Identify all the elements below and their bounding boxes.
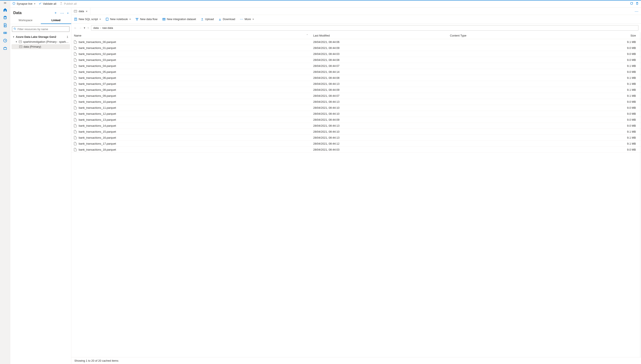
tree-node-container[interactable]: data (Primary) [12,44,70,49]
editor-tab-data[interactable]: data × [71,8,91,15]
data-panel: Data ＋ ⋯ « Workspace Linked ▾ [10,8,71,364]
table-row[interactable]: bank_transactions_12.parquet28/04/2021, … [71,111,641,117]
integrate-icon[interactable] [3,30,8,35]
upload-button[interactable]: Upload [201,18,214,21]
table-row[interactable]: bank_transactions_16.parquet28/04/2021, … [71,135,641,141]
file-table-scroll[interactable]: Name⌃ Last Modified Content Type Size ba… [71,32,641,357]
download-button[interactable]: Download [218,18,235,21]
tab-linked[interactable]: Linked [41,17,71,24]
table-row[interactable]: bank_transactions_03.parquet28/04/2021, … [71,57,641,63]
col-header-type[interactable]: Content Type [447,32,573,39]
editor-tab-more[interactable]: ⋯ [632,8,641,15]
nav-back-button[interactable]: ← [74,26,77,30]
chevron-right-icon: › [100,26,101,30]
table-row[interactable]: bank_transactions_15.parquet28/04/2021, … [71,129,641,135]
file-name: bank_transactions_01.parquet [79,46,116,50]
manage-icon[interactable] [3,46,8,51]
sort-asc-icon: ⌃ [306,34,308,36]
table-row[interactable]: bank_transactions_06.parquet28/04/2021, … [71,75,641,81]
live-mode-selector[interactable]: Synapse live ▾ [13,2,35,6]
file-modified: 28/04/2021, 08:44:10 [311,105,447,111]
close-tab-button[interactable]: × [86,10,88,13]
table-row[interactable]: bank_transactions_17.parquet28/04/2021, … [71,141,641,147]
sql-script-icon [74,18,77,21]
table-row[interactable]: bank_transactions_01.parquet28/04/2021, … [71,45,641,51]
monitor-icon[interactable] [3,38,8,43]
file-type [447,57,573,63]
validate-all-button[interactable]: Validate all [39,2,57,6]
resource-tree: ▾ Azure Data Lake Storage Gen2 1 ▾ spark… [10,34,71,50]
upload-icon [60,2,63,6]
new-sql-script-button[interactable]: New SQL script ▾ [74,18,101,21]
filter-input[interactable] [18,28,68,31]
table-row[interactable]: bank_transactions_18.parquet28/04/2021, … [71,147,641,153]
file-name: bank_transactions_17.parquet [79,142,116,145]
file-icon [74,88,77,92]
file-name: bank_transactions_15.parquet [79,130,116,133]
download-icon [218,18,221,21]
file-size: 9.0 MB [573,57,641,63]
new-dataset-button[interactable]: New integration dataset [162,18,196,21]
breadcrumb[interactable]: data › raw-data [91,25,639,30]
expand-rail-button[interactable]: ≫ [4,1,7,4]
file-name: bank_transactions_03.parquet [79,58,116,62]
table-row[interactable]: bank_transactions_07.parquet28/04/2021, … [71,81,641,87]
col-header-name[interactable]: Name⌃ [71,32,311,39]
tab-workspace[interactable]: Workspace [10,17,41,24]
svg-point-6 [136,18,137,18]
home-icon[interactable] [3,8,8,12]
table-row[interactable]: bank_transactions_14.parquet28/04/2021, … [71,123,641,129]
svg-point-8 [137,20,138,20]
scrollbar[interactable] [639,32,641,357]
add-resource-button[interactable]: ＋ [54,11,57,15]
table-row[interactable]: bank_transactions_04.parquet28/04/2021, … [71,63,641,69]
svg-point-7 [138,18,138,18]
table-row[interactable]: bank_transactions_13.parquet28/04/2021, … [71,117,641,123]
collapse-panel-button[interactable]: « [67,11,69,14]
table-row[interactable]: bank_transactions_11.parquet28/04/2021, … [71,105,641,111]
table-row[interactable]: bank_transactions_05.parquet28/04/2021, … [71,69,641,75]
table-row[interactable]: bank_transactions_09.parquet28/04/2021, … [71,93,641,99]
file-type [447,135,573,141]
data-hub-icon[interactable] [3,15,8,20]
table-row[interactable]: bank_transactions_02.parquet28/04/2021, … [71,51,641,57]
nav-up-button[interactable]: ↑ [88,26,89,30]
publish-all-label: Publish all [64,2,77,5]
develop-icon[interactable] [3,23,8,28]
caret-down-icon: ▾ [13,36,15,38]
file-modified: 28/04/2021, 08:44:13 [311,99,447,105]
file-icon [74,142,77,145]
file-size: 9.0 MB [573,111,641,117]
file-modified: 28/04/2021, 08:44:08 [311,75,447,81]
table-row[interactable]: bank_transactions_10.parquet28/04/2021, … [71,99,641,105]
container-icon [74,10,77,12]
refresh-button[interactable] [630,2,633,6]
table-row[interactable]: bank_transactions_00.parquet28/04/2021, … [71,39,641,45]
file-type [447,129,573,135]
col-header-modified[interactable]: Last Modified [311,32,447,39]
delete-button[interactable] [635,2,639,6]
file-name: bank_transactions_18.parquet [79,148,116,151]
svg-point-3 [14,28,16,29]
file-icon [74,106,77,109]
file-modified: 28/04/2021, 08:44:07 [311,93,447,99]
panel-more-button[interactable]: ⋯ [60,12,64,14]
new-dataflow-button[interactable]: New data flow [135,18,158,21]
file-modified: 28/04/2021, 08:44:06 [311,39,447,45]
table-row[interactable]: bank_transactions_08.parquet28/04/2021, … [71,87,641,93]
nav-forward-button[interactable]: → [79,26,82,30]
nav-down-button[interactable]: ▾ [84,26,85,30]
dataflow-icon [135,18,139,21]
tree-node-adls[interactable]: ▾ Azure Data Lake Storage Gen2 1 [12,34,70,39]
file-modified: 28/04/2021, 08:44:09 [311,87,447,93]
file-size: 9.0 MB [573,117,641,123]
breadcrumb-root[interactable]: data [93,26,99,30]
col-header-size[interactable]: Size [573,32,641,39]
tree-node-account[interactable]: ▾ sparkinvestigation (Primary - sparki… [12,39,70,44]
status-bar: Showing 1 to 20 of 20 cached items [71,357,641,364]
file-modified: 28/04/2021, 08:44:09 [311,117,447,123]
file-table: Name⌃ Last Modified Content Type Size ba… [71,32,641,153]
filter-resources[interactable] [12,26,70,32]
more-actions-button[interactable]: ⋯ More ▾ [240,17,254,21]
new-notebook-button[interactable]: New notebook ▾ [105,18,131,21]
